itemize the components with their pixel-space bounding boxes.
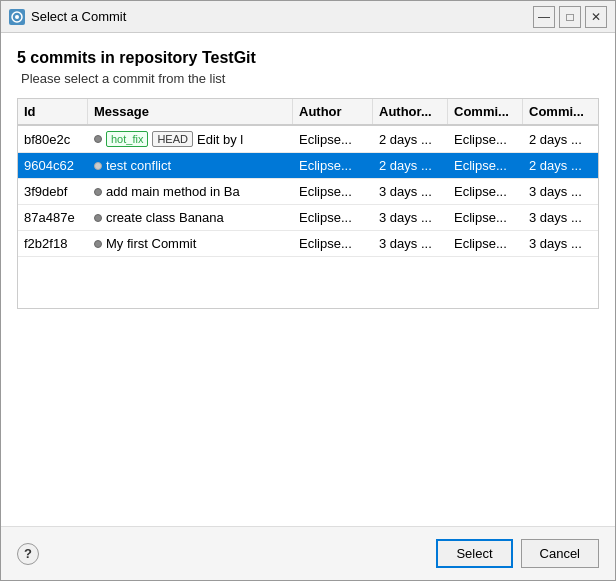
tag-head: HEAD xyxy=(152,131,193,147)
footer: ? Select Cancel xyxy=(1,526,615,580)
table-row[interactable]: 9604c62 test conflict Eclipse... 2 days … xyxy=(18,153,598,179)
cell-id: 87a487e xyxy=(18,205,88,230)
page-subtitle: Please select a commit from the list xyxy=(17,71,599,86)
minimize-button[interactable]: — xyxy=(533,6,555,28)
commit-table: Id Message Author Author... Commi... Com… xyxy=(17,98,599,309)
commit-dot xyxy=(94,240,102,248)
message-text: Edit by l xyxy=(197,132,243,147)
commit-dot xyxy=(94,135,102,143)
cell-id: 9604c62 xyxy=(18,153,88,178)
cell-committer: Eclipse... xyxy=(448,179,523,204)
table-row[interactable]: bf80e2c hot_fix HEAD Edit by l Eclipse..… xyxy=(18,126,598,153)
cell-id: bf80e2c xyxy=(18,126,88,152)
cell-message: create class Banana xyxy=(88,205,293,230)
cell-author: Eclipse... xyxy=(293,153,373,178)
col-id: Id xyxy=(18,99,88,124)
maximize-button[interactable]: □ xyxy=(559,6,581,28)
tag-hotfix: hot_fix xyxy=(106,131,148,147)
commit-dot xyxy=(94,188,102,196)
cell-id: 3f9debf xyxy=(18,179,88,204)
table-row[interactable]: f2b2f18 My first Commit Eclipse... 3 day… xyxy=(18,231,598,257)
title-controls: — □ ✕ xyxy=(533,6,607,28)
message-text: My first Commit xyxy=(106,236,196,251)
table-header: Id Message Author Author... Commi... Com… xyxy=(18,99,598,126)
title-bar: Select a Commit — □ ✕ xyxy=(1,1,615,33)
col-committer: Commi... xyxy=(448,99,523,124)
commit-dot xyxy=(94,214,102,222)
cell-author: Eclipse... xyxy=(293,126,373,152)
cell-commit-date: 2 days ... xyxy=(523,126,598,152)
close-button[interactable]: ✕ xyxy=(585,6,607,28)
cell-id: f2b2f18 xyxy=(18,231,88,256)
cell-author: Eclipse... xyxy=(293,205,373,230)
cell-author: Eclipse... xyxy=(293,179,373,204)
footer-buttons: Select Cancel xyxy=(436,539,599,568)
table-row[interactable]: 3f9debf add main method in Ba Eclipse...… xyxy=(18,179,598,205)
main-window: Select a Commit — □ ✕ 5 commits in repos… xyxy=(0,0,616,581)
cell-author-date: 3 days ... xyxy=(373,231,448,256)
cell-author-date: 3 days ... xyxy=(373,179,448,204)
select-button[interactable]: Select xyxy=(436,539,512,568)
commit-dot xyxy=(94,162,102,170)
cell-message: hot_fix HEAD Edit by l xyxy=(88,126,293,152)
col-author: Author xyxy=(293,99,373,124)
cell-author-date: 2 days ... xyxy=(373,126,448,152)
col-message: Message xyxy=(88,99,293,124)
cell-message: test conflict xyxy=(88,153,293,178)
table-row[interactable]: 87a487e create class Banana Eclipse... 3… xyxy=(18,205,598,231)
svg-point-1 xyxy=(15,15,19,19)
col-commit-date: Commi... xyxy=(523,99,598,124)
help-button[interactable]: ? xyxy=(17,543,39,565)
message-text: create class Banana xyxy=(106,210,224,225)
cell-committer: Eclipse... xyxy=(448,153,523,178)
title-bar-left: Select a Commit xyxy=(9,9,126,25)
window-icon xyxy=(9,9,25,25)
table-body: bf80e2c hot_fix HEAD Edit by l Eclipse..… xyxy=(18,126,598,308)
cell-committer: Eclipse... xyxy=(448,231,523,256)
cell-commit-date: 3 days ... xyxy=(523,205,598,230)
spacer xyxy=(17,309,599,518)
col-author-date: Author... xyxy=(373,99,448,124)
cell-committer: Eclipse... xyxy=(448,126,523,152)
cell-commit-date: 3 days ... xyxy=(523,179,598,204)
page-title: 5 commits in repository TestGit xyxy=(17,49,599,67)
cell-message: My first Commit xyxy=(88,231,293,256)
cell-commit-date: 2 days ... xyxy=(523,153,598,178)
cell-author: Eclipse... xyxy=(293,231,373,256)
cell-committer: Eclipse... xyxy=(448,205,523,230)
window-title: Select a Commit xyxy=(31,9,126,24)
message-text: test conflict xyxy=(106,158,171,173)
cell-author-date: 3 days ... xyxy=(373,205,448,230)
message-text: add main method in Ba xyxy=(106,184,240,199)
cell-commit-date: 3 days ... xyxy=(523,231,598,256)
content-area: 5 commits in repository TestGit Please s… xyxy=(1,33,615,518)
cancel-button[interactable]: Cancel xyxy=(521,539,599,568)
cell-message: add main method in Ba xyxy=(88,179,293,204)
cell-author-date: 2 days ... xyxy=(373,153,448,178)
